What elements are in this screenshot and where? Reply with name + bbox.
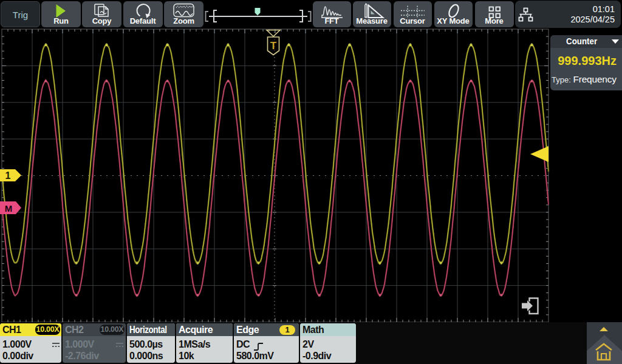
svg-text:T: T — [270, 40, 277, 52]
svg-text:M: M — [5, 203, 13, 214]
svg-text:1: 1 — [5, 170, 11, 181]
